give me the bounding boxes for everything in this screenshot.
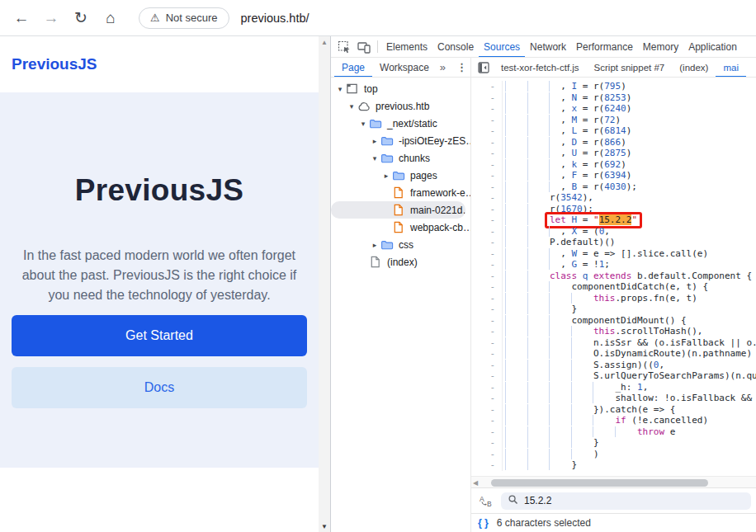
search-input[interactable]: 15.2.2 bbox=[501, 492, 751, 510]
tab-sources[interactable]: Sources bbox=[479, 36, 525, 57]
code-token: ) bbox=[626, 103, 632, 114]
code-line[interactable]: - , M = r(72) bbox=[471, 115, 756, 126]
code-line[interactable]: - , D = r(866) bbox=[471, 137, 756, 148]
scrollbar-thumb[interactable] bbox=[491, 479, 708, 487]
code-line[interactable]: - , I = r(795) bbox=[471, 81, 756, 92]
code-line[interactable]: - ) bbox=[471, 449, 756, 460]
refresh-icon[interactable]: ↻ bbox=[66, 8, 96, 27]
disclosure-triangle-icon[interactable]: ▾ bbox=[370, 154, 380, 162]
code-line[interactable]: - , k = r(692) bbox=[471, 159, 756, 171]
device-toolbar-icon[interactable] bbox=[354, 38, 374, 56]
scroll-down-icon[interactable]: ▼ bbox=[319, 523, 330, 530]
code-token: ) bbox=[626, 92, 632, 103]
status-text: 6 characters selected bbox=[497, 517, 591, 529]
code-line[interactable]: - this.props.fn(e, t) bbox=[471, 293, 756, 304]
horizontal-scrollbar[interactable]: ◀ bbox=[471, 476, 756, 487]
disclosure-triangle-icon[interactable]: ▸ bbox=[370, 241, 380, 249]
tab-application[interactable]: Application bbox=[683, 36, 742, 57]
code-line[interactable]: - } bbox=[471, 437, 756, 449]
code-line[interactable]: - P.default)() bbox=[471, 237, 756, 248]
file-tab[interactable]: Script snippet #7 bbox=[587, 58, 673, 77]
tab-network[interactable]: Network bbox=[525, 36, 571, 57]
code-line[interactable]: - , X = (0, bbox=[471, 226, 756, 238]
file-tab[interactable]: mai bbox=[716, 58, 746, 77]
code-line[interactable]: - n.isSsr && (o.isFallback || o.next bbox=[471, 337, 756, 349]
code-line[interactable]: - r(1670); bbox=[471, 204, 756, 215]
overflow-menu-icon[interactable]: ⋮ bbox=[453, 61, 470, 73]
tree-item[interactable]: main-0221d… bbox=[331, 201, 465, 219]
not-secure-badge[interactable]: ⚠ Not secure bbox=[139, 7, 229, 29]
site-logo[interactable]: PreviousJS bbox=[12, 55, 97, 73]
disclosure-triangle-icon[interactable]: ▾ bbox=[358, 120, 368, 128]
back-icon[interactable]: ← bbox=[7, 9, 36, 27]
disclosure-triangle-icon[interactable]: ▾ bbox=[347, 102, 357, 111]
code-line[interactable]: - this.scrollToHash(), bbox=[471, 326, 756, 337]
file-tab[interactable]: test-xor-fetch-ctf.js bbox=[494, 58, 587, 77]
navigator-tab-workspace[interactable]: Workspace bbox=[372, 58, 435, 77]
code-line[interactable]: - , F = r(6394) bbox=[471, 170, 756, 181]
tab-memory[interactable]: Memory bbox=[638, 36, 683, 57]
toggle-sidebar-icon[interactable] bbox=[474, 59, 494, 77]
home-icon[interactable]: ⌂ bbox=[96, 9, 125, 27]
tree-item[interactable]: ▾top bbox=[331, 80, 470, 97]
code-line[interactable]: - if (!e.cancelled) bbox=[471, 415, 756, 426]
code-line[interactable]: - } bbox=[471, 459, 756, 471]
code-editor[interactable]: - , I = r(795)- , N = r(8253)- , x = r(6… bbox=[471, 78, 756, 476]
code-line[interactable]: - class q extends b.default.Component { bbox=[471, 271, 756, 282]
tree-item[interactable]: ▾previous.htb bbox=[331, 97, 470, 115]
more-tabs-icon[interactable]: » bbox=[435, 61, 451, 73]
code-line[interactable]: - componentDidCatch(e, t) { bbox=[471, 281, 756, 293]
code-line[interactable]: - O.isDynamicRoute)(n.pathname) || bbox=[471, 348, 756, 360]
tree-item[interactable]: ▾chunks bbox=[331, 149, 470, 167]
code-line[interactable]: - let H = "15.2.2" bbox=[471, 214, 756, 226]
forward-icon[interactable]: → bbox=[36, 9, 66, 27]
tab-performance[interactable]: Performance bbox=[571, 36, 638, 57]
tab-console[interactable]: Console bbox=[432, 36, 479, 57]
code-line[interactable]: - , N = r(8253) bbox=[471, 92, 756, 104]
code-line[interactable]: - S.urlQueryToSearchParams)(n.query) bbox=[471, 370, 756, 382]
code-line[interactable]: - , x = r(6240) bbox=[471, 103, 756, 115]
code-line[interactable]: - _h: 1, bbox=[471, 382, 756, 393]
code-token: r( bbox=[550, 204, 560, 214]
file-js-icon bbox=[392, 186, 405, 200]
file-tab[interactable]: (index) bbox=[672, 58, 716, 77]
disclosure-triangle-icon[interactable]: ▾ bbox=[335, 85, 345, 93]
code-line[interactable]: - throw e bbox=[471, 426, 756, 438]
code-line[interactable]: - , U = r(2875) bbox=[471, 148, 756, 159]
tree-item-label: -ipsiOtEey-zES… bbox=[399, 135, 470, 147]
tab-elements[interactable]: Elements bbox=[381, 36, 432, 57]
code-line[interactable]: - shallow: !o.isFallback && !G bbox=[471, 393, 756, 404]
url-text[interactable]: previous.htb/ bbox=[241, 12, 309, 25]
tree-item[interactable]: framework-e… bbox=[331, 184, 470, 201]
match-case-icon[interactable]: AB bbox=[476, 492, 496, 510]
disclosure-triangle-icon[interactable]: ▸ bbox=[370, 137, 380, 145]
code-line[interactable]: - , W = e => [].slice.call(e) bbox=[471, 248, 756, 260]
scroll-up-icon[interactable]: ▲ bbox=[319, 39, 330, 46]
indent-guide bbox=[505, 337, 528, 348]
tree-item[interactable]: ▸-ipsiOtEey-zES… bbox=[331, 132, 470, 149]
tree-item[interactable]: (index) bbox=[331, 253, 470, 271]
get-started-button[interactable]: Get Started bbox=[12, 315, 307, 356]
indent-guide bbox=[527, 192, 550, 203]
tree-item[interactable]: webpack-cb… bbox=[331, 219, 470, 236]
code-line[interactable]: - }).catch(e => { bbox=[471, 404, 756, 416]
page-scrollbar[interactable]: ▲ ▼ bbox=[319, 36, 330, 532]
code-line[interactable]: - , B = r(4030); bbox=[471, 181, 756, 193]
tree-item[interactable]: ▸pages bbox=[331, 167, 470, 184]
disclosure-triangle-icon[interactable]: ▸ bbox=[381, 172, 391, 180]
code-line[interactable]: - r(3542), bbox=[471, 192, 756, 204]
code-line[interactable]: - componentDidMount() { bbox=[471, 315, 756, 327]
code-token: ) bbox=[626, 170, 632, 181]
code-line[interactable]: - S.assign)((0, bbox=[471, 360, 756, 371]
tree-item[interactable]: ▾_next/static bbox=[331, 115, 470, 132]
navigator-tab-page[interactable]: Page bbox=[334, 58, 372, 77]
code-line[interactable]: - } bbox=[471, 304, 756, 315]
docs-button[interactable]: Docs bbox=[12, 367, 307, 408]
pretty-print-icon[interactable]: { } bbox=[478, 517, 489, 529]
code-line[interactable]: - , L = r(6814) bbox=[471, 125, 756, 137]
code-line[interactable]: - , G = !1; bbox=[471, 259, 756, 271]
tree-item[interactable]: ▸css bbox=[331, 236, 470, 253]
scroll-left-icon[interactable]: ◀ bbox=[473, 479, 478, 487]
code-token: (!e.cancelled) bbox=[626, 415, 708, 426]
inspect-icon[interactable] bbox=[334, 38, 354, 56]
